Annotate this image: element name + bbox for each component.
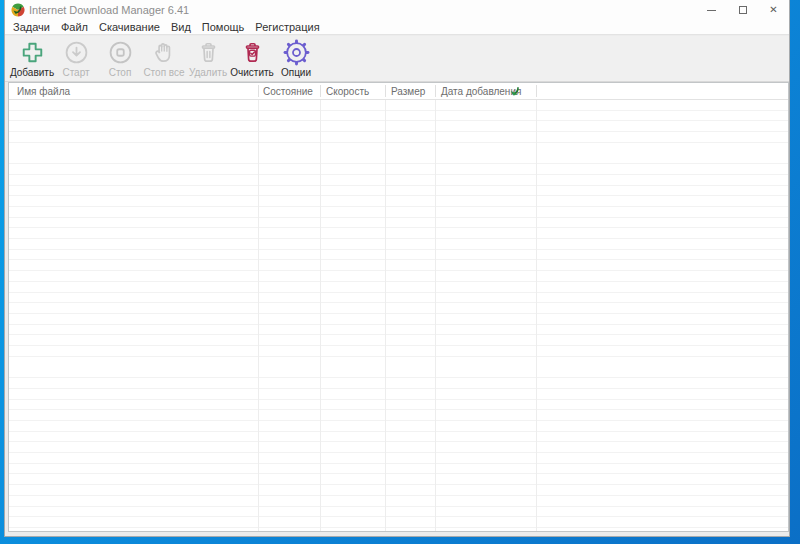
maximize-button[interactable] (727, 0, 758, 20)
menu-registration[interactable]: Регистрация (250, 21, 324, 33)
start-button[interactable]: Старт (54, 39, 98, 78)
idm-main-window: Internet Download Manager 6.41 ✕ Задачи … (4, 0, 790, 537)
column-divider[interactable] (435, 85, 436, 97)
close-icon: ✕ (769, 5, 777, 15)
toolbar: Добавить Старт Стоп Стоп все (5, 36, 789, 82)
delete-trash-icon (195, 39, 222, 66)
grid-column-line (385, 100, 386, 531)
clear-button[interactable]: Очистить (230, 39, 274, 78)
column-divider[interactable] (536, 85, 537, 97)
window-title: Internet Download Manager 6.41 (29, 4, 189, 16)
stop-all-button[interactable]: Стоп все (142, 39, 186, 78)
column-divider[interactable] (320, 85, 321, 97)
options-button-label: Опции (281, 67, 311, 78)
list-body-empty (9, 100, 788, 531)
idm-logo-icon (11, 3, 25, 17)
sort-arrow-icon (510, 86, 521, 97)
minimize-button[interactable] (696, 0, 727, 20)
title-bar: Internet Download Manager 6.41 ✕ (5, 0, 789, 20)
delete-button[interactable]: Удалить (186, 39, 230, 78)
delete-button-label: Удалить (189, 67, 227, 78)
grid-column-line (536, 100, 537, 531)
column-header-speed[interactable]: Скорость (326, 86, 369, 97)
start-button-label: Старт (62, 67, 89, 78)
stop-all-hand-icon (151, 39, 178, 66)
grid-column-line (320, 100, 321, 531)
options-button[interactable]: Опции (274, 39, 318, 78)
menu-help[interactable]: Помощь (197, 21, 250, 33)
menu-view[interactable]: Вид (166, 21, 196, 33)
clear-button-label: Очистить (230, 67, 274, 78)
minimize-icon (707, 10, 716, 11)
add-plus-icon (19, 39, 46, 66)
grid-column-line (435, 100, 436, 531)
window-controls: ✕ (696, 0, 789, 20)
column-header-filename[interactable]: Имя файла (17, 86, 70, 97)
stop-button-label: Стоп (109, 67, 132, 78)
column-divider[interactable] (385, 85, 386, 97)
list-header: Имя файла Состояние Скорость Размер Дата… (9, 83, 788, 100)
clear-trash-check-icon (239, 39, 266, 66)
add-button[interactable]: Добавить (10, 39, 54, 78)
menu-tasks[interactable]: Задачи (8, 21, 55, 33)
column-divider[interactable] (258, 85, 259, 97)
grid-column-line (258, 100, 259, 531)
menu-downloads[interactable]: Скачивание (94, 21, 165, 33)
column-header-size[interactable]: Размер (391, 86, 425, 97)
stop-all-button-label: Стоп все (143, 67, 184, 78)
stop-button[interactable]: Стоп (98, 39, 142, 78)
stop-icon (107, 39, 134, 66)
column-header-status[interactable]: Состояние (263, 86, 313, 97)
options-gear-icon (283, 39, 310, 66)
menu-bar: Задачи Файл Скачивание Вид Помощь Регист… (5, 20, 789, 35)
close-button[interactable]: ✕ (758, 0, 789, 20)
maximize-icon (739, 6, 747, 14)
start-download-icon (63, 39, 90, 66)
add-button-label: Добавить (10, 67, 54, 78)
downloads-list: Имя файла Состояние Скорость Размер Дата… (8, 82, 789, 532)
menu-file[interactable]: Файл (56, 21, 93, 33)
